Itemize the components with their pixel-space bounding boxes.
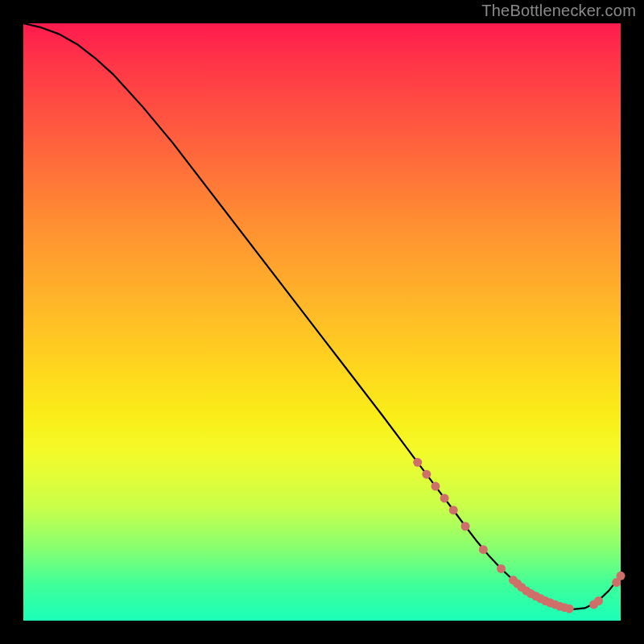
plot-overlay-svg (23, 23, 621, 621)
chart-frame: TheBottlenecker.com (0, 0, 644, 644)
curve-marker (422, 470, 431, 479)
curve-markers (413, 458, 625, 613)
curve-marker (413, 458, 422, 467)
curve-marker (565, 605, 574, 613)
bottleneck-curve (23, 23, 621, 609)
curve-marker (617, 572, 625, 580)
curve-marker (479, 545, 488, 554)
curve-marker (497, 564, 506, 573)
curve-marker (431, 482, 440, 491)
curve-marker (449, 506, 458, 514)
curve-marker (594, 597, 603, 605)
attribution-label: TheBottlenecker.com (481, 2, 636, 20)
curve-marker (461, 522, 470, 530)
curve-marker (440, 493, 449, 502)
